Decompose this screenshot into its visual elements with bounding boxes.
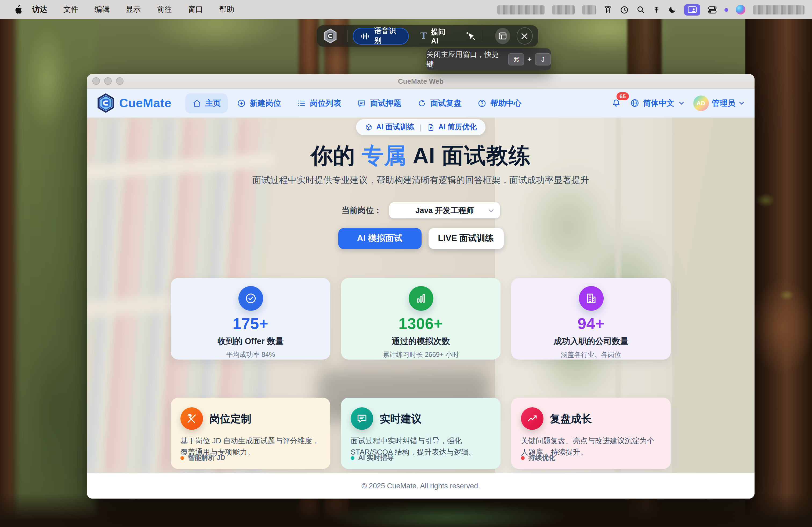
menu-item-window[interactable]: 窗口 [188,5,203,15]
live-interview-training-button[interactable]: LIVE 面试训练 [428,228,504,249]
tooltip-text: 关闭主应用窗口，快捷键 [426,50,505,69]
plus-circle-icon [237,99,246,108]
redacted-status-item [497,5,545,14]
nav-item-position-list[interactable]: 岗位列表 [290,93,348,113]
menu-bar-left: 访达 文件 编辑 显示 前往 窗口 帮助 [0,5,250,15]
refresh-icon [418,99,427,108]
menu-item-view[interactable]: 显示 [126,5,141,15]
features-row: 岗位定制 基于岗位 JD 自动生成面试题与评分维度，覆盖通用与专项能力。 智能解… [171,398,671,469]
nav-item-home[interactable]: 主页 [186,93,228,113]
chat-bubble-icon [358,99,366,108]
chat-lines-icon [351,407,373,430]
stat-label: 成功入职的公司数量 [554,336,628,347]
hero-title-pre: 你的 [311,143,362,168]
cursor-select-button[interactable] [464,29,477,43]
menu-item-help[interactable]: 帮助 [219,5,234,15]
badge-label: AI 面试训练 [376,122,415,132]
nav-item-interview-questions[interactable]: 面试押题 [350,93,408,113]
toolbar-divider [347,30,347,42]
brand-logo[interactable]: CueMate [97,93,172,113]
feature-tag-label: AI 实时指导 [358,453,394,463]
notifications-button[interactable]: 65 [611,98,621,108]
hero-title-highlight: 专属 [362,143,406,168]
current-position-row: 当前岗位： Java 开发工程师 [87,202,755,219]
focus-moon-icon[interactable] [668,5,677,14]
toolbar-divider [483,30,483,42]
cube-icon [365,123,373,131]
app-nav-bar: CueMate 主页 新建岗位 岗位列表 面试押题 面试复盘 [87,89,755,118]
waveform-icon [361,32,370,40]
badge-separator: | [420,123,422,131]
feature-tag: AI 实时指导 [351,453,394,463]
stat-sublabel: 累计练习时长 2669+ 小时 [383,350,459,360]
position-select[interactable]: Java 开发工程师 [389,202,500,219]
menu-item-go[interactable]: 前往 [157,5,172,15]
nav-item-interview-review[interactable]: 面试复盘 [410,93,468,113]
hero-badge-pill: AI 面试训练 | AI 简历优化 [356,119,485,135]
nav-label: 帮助中心 [491,98,522,108]
nav-label: 新建岗位 [250,98,281,108]
user-menu[interactable]: AD 管理员 [693,95,745,111]
menu-bar-status-area [497,4,812,15]
ask-ai-button[interactable]: T 提问 AI [420,27,453,45]
control-center-icon[interactable] [708,5,717,14]
position-select-value: Java 开发工程师 [416,205,474,215]
ai-resume-optimize-link[interactable]: AI 简历优化 [427,122,477,132]
screen: 访达 文件 编辑 显示 前往 窗口 帮助 [0,0,812,527]
window-title-bar[interactable]: CueMate Web [87,74,755,89]
current-position-label: 当前岗位： [342,205,382,215]
hero-title: 你的 专属 AI 面试教练 [87,141,755,171]
tools-icon [180,407,203,430]
voice-recognition-button[interactable]: 语音识别 [353,28,409,44]
home-icon [192,99,202,108]
cuemate-window: CueMate Web CueMate 主页 新建岗位 岗位列表 [87,74,755,499]
bullet-dot [521,456,525,460]
avatar: AD [693,95,709,111]
siri-icon[interactable] [736,5,745,15]
nav-label: 主页 [205,98,221,108]
language-label: 简体中文 [643,98,674,108]
hero-badges-row: AI 面试训练 | AI 简历优化 [87,119,755,135]
layout-window-button[interactable] [495,28,510,44]
stat-card-companies: 94+ 成功入职的公司数量 涵盖各行业、各岗位 [511,278,671,360]
feature-title: 岗位定制 [209,411,251,426]
hero-subtitle: 面试过程中实时提供专业建议，帮助构建清晰有逻辑的回答框架，面试成功率显著提升 [87,175,755,186]
feature-tag: 持续优化 [521,453,555,463]
trending-up-icon [521,407,543,430]
chevron-down-icon [738,100,745,106]
apple-menu-icon[interactable] [14,5,23,15]
ai-interview-training-link[interactable]: AI 面试训练 [365,122,415,132]
cuemate-hexagon-logo-icon [97,93,115,113]
passwords-keys-icon[interactable] [604,5,612,14]
ai-mock-interview-button[interactable]: AI 模拟面试 [338,228,421,249]
feature-header: 岗位定制 [180,407,321,430]
close-toolbar-button[interactable] [517,27,533,45]
spotlight-search-icon[interactable] [636,5,645,14]
menu-item-file[interactable]: 文件 [63,5,78,15]
command-keycap: ⌘ [508,53,524,65]
nav-right-group: 65 简体中文 AD 管理员 [611,95,745,111]
time-machine-icon[interactable] [620,5,629,14]
menu-app-name[interactable]: 访达 [32,5,47,15]
screen-sharing-icon[interactable] [684,4,700,15]
nav-label: 面试复盘 [431,98,462,108]
stats-row: 175+ 收到的 Offer 数量 平均成功率 84% 1306+ 通过的模拟次… [171,278,671,360]
language-selector[interactable]: 简体中文 [630,98,684,108]
stat-card-simulations: 1306+ 通过的模拟次数 累计练习时长 2669+ 小时 [341,278,501,360]
feature-card-realtime-advice: 实时建议 面试过程中实时纠错与引导，强化 STAR/SCQA 结构，提升表达与逻… [341,398,501,469]
redacted-status-item [552,5,575,14]
forest-trunk-decor [745,0,812,527]
j-keycap: J [535,53,551,65]
stat-label: 收到的 Offer 数量 [218,336,284,347]
tailscale-tree-icon[interactable] [653,5,661,14]
cuemate-toolbar-logo-icon [323,28,337,44]
notification-badge: 65 [616,92,629,100]
redacted-clock-item [753,5,804,14]
nav-item-help-center[interactable]: 帮助中心 [471,93,529,113]
menu-item-edit[interactable]: 编辑 [95,5,110,15]
stat-card-offers: 175+ 收到的 Offer 数量 平均成功率 84% [171,278,330,360]
stat-sublabel: 涵盖各行业、各岗位 [561,350,621,360]
feature-card-position-custom: 岗位定制 基于岗位 JD 自动生成面试题与评分维度，覆盖通用与专项能力。 智能解… [171,398,330,469]
hero-title-post: AI 面试教练 [406,143,531,168]
nav-item-new-position[interactable]: 新建岗位 [230,93,288,113]
